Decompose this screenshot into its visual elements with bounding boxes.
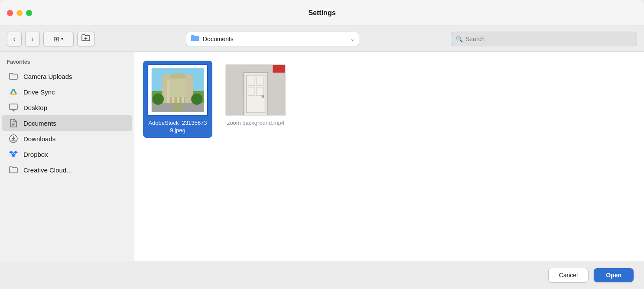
file-thumbnail-adobe-stock [147,64,208,116]
svg-rect-2 [10,104,17,110]
toolbar: ‹ › ⊞ ▾ Documents ⌄ 🔍 [0,26,644,52]
maximize-button[interactable] [26,10,32,16]
svg-rect-32 [273,65,285,73]
documents-icon [9,118,18,128]
sidebar: Favorites Camera Uploads Drive Sync [0,52,134,261]
cancel-button[interactable]: Cancel [548,268,589,283]
window-title: Settings [308,9,335,17]
file-name-adobe-stock: AdobeStock_231356739.jpeg [146,120,209,134]
new-folder-icon [81,34,90,44]
open-button[interactable]: Open [594,268,634,282]
sidebar-item-label-documents: Documents [23,120,56,127]
traffic-lights [7,10,32,16]
svg-rect-27 [246,75,265,113]
sidebar-item-desktop[interactable]: Desktop [2,100,132,115]
dropbox-icon [9,149,18,159]
svg-rect-17 [182,81,184,103]
close-button[interactable] [7,10,13,16]
sidebar-item-dropbox[interactable]: Dropbox [2,146,132,162]
adobe-stock-image [148,65,207,115]
sidebar-item-label-creative-cloud: Creative Cloud... [23,166,72,174]
sidebar-item-label-downloads: Downloads [23,135,55,143]
creative-cloud-icon [9,165,18,175]
drive-sync-icon [9,87,18,97]
view-button[interactable]: ⊞ ▾ [43,32,74,46]
view-chevron-icon: ▾ [61,36,63,41]
file-thumbnail-zoom-bg [225,64,286,116]
sidebar-item-camera-uploads[interactable]: Camera Uploads [2,68,132,84]
view-grid-icon: ⊞ [54,35,59,43]
back-icon: ‹ [13,36,16,42]
sidebar-item-label-dropbox: Dropbox [23,151,48,158]
sidebar-item-creative-cloud[interactable]: Creative Cloud... [2,162,132,178]
location-bar[interactable]: Documents ⌄ [186,32,359,46]
search-icon: 🔍 [455,36,463,42]
location-folder-icon [191,34,199,44]
svg-point-33 [262,95,264,98]
svg-rect-14 [167,81,170,103]
zoom-bg-image [226,65,285,115]
sidebar-section-favorites: Favorites [0,59,134,68]
svg-rect-19 [174,78,182,82]
minimize-button[interactable] [16,10,23,16]
svg-rect-10 [150,67,205,91]
sidebar-item-documents[interactable]: Documents [2,115,132,131]
new-folder-button[interactable] [77,32,94,46]
sidebar-item-label-drive-sync: Drive Sync [23,88,55,96]
svg-rect-15 [172,81,175,103]
sidebar-item-label-desktop: Desktop [23,104,47,111]
sidebar-item-downloads[interactable]: Downloads [2,131,132,146]
title-bar: Settings [0,0,644,26]
sidebar-item-label-camera-uploads: Camera Uploads [23,73,72,80]
sidebar-item-drive-sync[interactable]: Drive Sync [2,84,132,100]
downloads-icon [9,134,18,143]
desktop-icon [9,103,18,112]
file-item-zoom-bg[interactable]: zoom background.mp4 [221,61,290,138]
forward-button[interactable]: › [25,32,40,46]
search-input[interactable] [465,36,632,42]
svg-rect-16 [177,81,179,103]
camera-uploads-icon [9,71,18,81]
location-chevron-icon: ⌄ [350,36,355,42]
bottom-bar: Cancel Open [0,261,644,289]
file-item-adobe-stock[interactable]: AdobeStock_231356739.jpeg [143,61,212,138]
svg-point-21 [153,94,164,105]
forward-icon: › [32,36,34,42]
svg-rect-20 [173,103,183,114]
file-name-zoom-bg: zoom background.mp4 [227,120,284,127]
content-area: AdobeStock_231356739.jpeg [134,52,644,261]
search-bar[interactable]: 🔍 [451,32,637,46]
location-label: Documents [203,36,347,42]
svg-point-22 [191,94,202,105]
main-area: Favorites Camera Uploads Drive Sync [0,52,644,261]
back-button[interactable]: ‹ [7,32,22,46]
